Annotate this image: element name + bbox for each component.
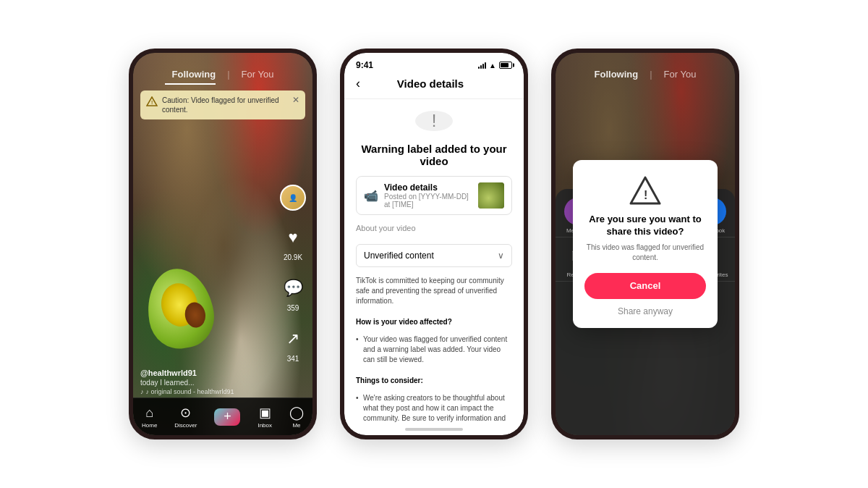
description-text: TikTok is committed to keeping our commu… [356,276,512,306]
nav-discover-label: Discover [174,422,197,429]
how-affected-header: How is your video affected? [356,318,512,326]
caution-close-button[interactable]: ✕ [292,95,299,105]
video-card-info: Video details Posted on [YYYY-MM-DD] at … [384,182,472,209]
status-icons: ▲ [478,62,512,70]
phone3-tab-foryou[interactable]: For You [664,69,697,80]
dialog-title: Are you sure you want to share this vide… [584,214,706,238]
triangle-warning-icon: ! [629,174,661,206]
inbox-icon: ▣ [259,405,271,421]
video-name: Video details [384,182,472,193]
avocado-pit [183,300,208,329]
phone1-user-info: @healthwrld91 today I learned... ♪ ♪ ori… [140,369,234,395]
chevron-down-icon: ∨ [498,251,504,261]
phones-container: Following | For You ! Caution: Video fla… [0,0,868,488]
phone3-tab-following[interactable]: Following [595,69,639,80]
phone1-bottom-nav: ⌂ Home ⊙ Discover + ▣ Inbox [133,397,312,435]
phone2-background: 9:41 ▲ [344,53,524,435]
nav-home[interactable]: ⌂ Home [142,405,157,429]
battery-icon [499,62,512,69]
username[interactable]: @healthwrld91 [140,369,234,377]
video-thumbnail [478,182,504,209]
home-icon: ⌂ [145,405,153,421]
nav-inbox[interactable]: ▣ Inbox [258,405,272,429]
like-action[interactable]: ♥ 20.9K [279,224,307,261]
svg-text:!: ! [644,189,647,201]
dialog-cancel-button[interactable]: Cancel [584,273,706,299]
search-icon: ⊙ [180,405,191,421]
profile-icon: ◯ [289,405,304,421]
tab-divider: | [227,69,229,80]
how-affected-bullet: Your video was flagged for unverified co… [356,335,512,365]
about-label: About your video [356,224,512,232]
unverified-label: Unverified content [364,251,434,261]
phone1-actions: 👤 ♥ 20.9K 💬 359 ↗ 341 [279,185,307,363]
phone1-background: Following | For You ! Caution: Video fla… [133,53,312,435]
comment-action[interactable]: 💬 359 [279,274,307,312]
nav-discover[interactable]: ⊙ Discover [174,405,197,429]
phone3-header: Following | For You [556,53,735,89]
create-plus-icon: + [214,408,240,426]
video-date: Posted on [YYYY-MM-DD] at [TIME] [384,193,472,209]
svg-text:!: ! [151,100,153,105]
status-bar: 9:41 ▲ [344,53,524,73]
things-consider-header: Things to consider: [356,376,512,384]
heart-icon: ♥ [279,224,307,251]
warning-title: Warning label added to your video [356,143,512,167]
phone-1: Following | For You ! Caution: Video fla… [129,49,317,439]
phone-2: 9:41 ▲ [340,49,528,439]
exclamation-icon: ! [432,111,437,131]
video-thumb-image [478,182,504,209]
signal-bars-icon [478,62,486,69]
share-icon: ↗ [279,325,307,353]
dialog-warning-icon-wrap: ! [629,174,661,206]
video-camera-icon: 📹 [364,189,378,203]
back-button[interactable]: ‹ [356,76,360,91]
video-details-card[interactable]: 📹 Video details Posted on [YYYY-MM-DD] a… [356,176,512,215]
confirm-dialog: ! Are you sure you want to share this vi… [573,160,718,328]
tab-foryou[interactable]: For You [242,69,274,80]
nav-me[interactable]: ◯ Me [289,405,304,429]
caution-triangle-icon: ! [146,96,158,106]
phone-3: Following | For You ! Are you sure you w… [551,49,739,439]
creator-avatar[interactable]: 👤 [280,185,306,211]
nav-inbox-label: Inbox [258,422,272,429]
things-consider-bullet: We're asking creators to be thoughtful a… [356,393,512,425]
phone1-header: Following | For You [133,53,312,89]
shares-count: 341 [287,355,299,363]
unverified-dropdown[interactable]: Unverified content ∨ [356,244,512,267]
sound-info: ♪ ♪ original sound - healthwrld91 [140,388,234,395]
caution-text: Caution: Video flagged for unverified co… [162,96,285,114]
nav-home-label: Home [142,422,157,429]
home-indicator [405,428,463,431]
phone2-header: ‹ Video details [344,73,524,99]
nav-me-label: Me [292,422,300,429]
caution-banner: ! Caution: Video flagged for unverified … [140,91,305,119]
video-caption: today I learned... [140,379,234,387]
warning-icon-container: ! [415,111,453,131]
dialog-share-anyway-button[interactable]: Share anyway [584,306,706,316]
phone2-content: ! Warning label added to your video 📹 Vi… [344,99,524,425]
share-action[interactable]: ↗ 341 [279,325,307,363]
comments-count: 359 [287,304,299,312]
dialog-subtitle: This video was flagged for unverified co… [584,243,706,263]
tab-underline [165,83,216,85]
avocado-flesh [158,280,201,329]
tab-following[interactable]: Following [172,69,216,80]
comment-icon: 💬 [279,274,307,302]
nav-create[interactable]: + [214,408,240,426]
phone3-tab-divider: | [650,69,652,80]
wifi-icon: ▲ [489,62,496,70]
status-time: 9:41 [356,60,373,70]
likes-count: 20.9K [284,253,302,261]
page-title: Video details [366,77,495,90]
music-note-icon: ♪ [140,388,144,395]
phone3-background: Following | For You ! Are you sure you w… [556,53,735,435]
